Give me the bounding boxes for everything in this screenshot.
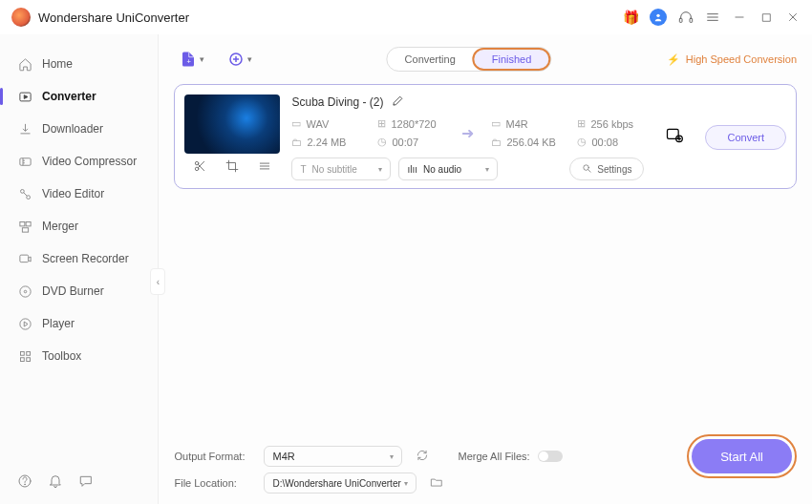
sidebar-item-converter[interactable]: Converter [0,80,158,113]
output-format-dropdown[interactable]: M4R ▾ [264,446,402,467]
svg-text:+: + [187,57,192,66]
svg-line-40 [588,169,590,171]
chevron-down-icon: ▾ [390,452,394,461]
trim-icon[interactable] [193,159,206,177]
svg-rect-26 [20,357,24,361]
svg-rect-24 [20,351,24,355]
bell-icon[interactable] [48,473,63,493]
svg-marker-11 [24,94,28,98]
resolution-icon: ⊞ [377,117,386,130]
tab-converting[interactable]: Converting [388,48,473,71]
sidebar-item-label: Player [42,317,75,330]
add-url-button[interactable]: ▾ [222,47,258,72]
sidebar-item-editor[interactable]: Video Editor [0,178,158,210]
chevron-down-icon: ▾ [485,165,489,174]
sidebar-item-label: DVD Burner [42,284,104,298]
sidebar-item-home[interactable]: Home [0,48,158,80]
merge-label: Merge All Files: [458,451,529,462]
effect-icon[interactable] [258,159,271,177]
sidebar-item-label: Toolbox [42,349,81,363]
folder-icon: 🗀 [491,136,502,148]
svg-rect-17 [26,221,31,225]
audio-dropdown[interactable]: ılıı No audio ▾ [398,158,498,180]
sidebar-item-dvd[interactable]: DVD Burner [0,275,158,307]
svg-rect-7 [762,13,770,21]
svg-rect-27 [26,357,30,361]
svg-point-39 [584,164,589,170]
gift-icon[interactable]: 🎁 [623,10,638,25]
high-speed-link[interactable]: ⚡ High Speed Conversion [667,53,797,66]
sidebar-item-toolbox[interactable]: Toolbox [0,340,158,372]
compressor-icon [17,154,32,169]
player-icon [17,316,32,331]
subtitle-dropdown[interactable]: T No subtitle ▾ [291,158,391,180]
toolbox-icon [17,348,32,364]
start-all-button[interactable]: Start All [692,439,792,473]
minimize-button[interactable] [732,10,747,25]
svg-marker-23 [24,322,28,326]
file-thumbnail[interactable] [184,94,280,154]
svg-point-21 [24,290,27,293]
collapse-sidebar[interactable]: ‹ [150,268,165,295]
crop-icon[interactable] [225,159,239,177]
svg-rect-18 [22,227,28,231]
svg-rect-12 [19,158,30,165]
audio-value: No audio [423,164,461,175]
merge-toggle[interactable] [538,451,563,462]
audio-icon: ılıı [407,164,417,175]
file-location-label: File Location: [174,477,256,489]
sidebar-item-label: Video Compressor [42,155,137,168]
chevron-down-icon: ▾ [404,479,408,488]
open-folder-icon[interactable] [430,475,443,491]
sidebar-item-label: Video Editor [42,187,104,200]
help-icon[interactable] [17,473,32,493]
svg-point-29 [25,484,26,485]
edit-title-icon[interactable] [392,94,404,110]
dst-format: M4R [505,118,527,130]
close-button[interactable] [785,10,801,25]
refresh-icon[interactable] [416,449,429,464]
settings-label: Settings [597,164,631,175]
format-icon: ▭ [291,117,301,130]
dvd-icon [17,284,32,299]
sidebar-item-label: Converter [42,90,96,103]
svg-line-35 [199,161,204,167]
search-icon [582,163,592,176]
svg-rect-16 [19,221,24,225]
recorder-icon [17,251,32,266]
dst-bitrate: 256 kbps [590,118,633,130]
arrow-icon: ➜ [461,124,474,142]
src-resolution: 1280*720 [391,118,436,130]
maximize-button[interactable] [759,10,774,25]
svg-point-20 [19,285,30,296]
app-logo [11,8,31,27]
menu-icon[interactable] [705,10,720,25]
file-location-value: D:\Wondershare UniConverter [272,478,400,489]
sidebar: Home Converter Downloader Video Compress… [0,34,159,504]
tab-finished[interactable]: Finished [473,48,551,71]
src-size: 2.24 MB [307,136,346,148]
sidebar-item-downloader[interactable]: Downloader [0,113,158,145]
download-icon [17,121,32,136]
sidebar-item-player[interactable]: Player [0,307,158,340]
feedback-icon[interactable] [78,473,94,493]
output-settings-icon[interactable] [665,126,684,149]
file-settings-button[interactable]: Settings [569,158,644,180]
home-icon [17,56,32,72]
converter-icon [17,89,32,104]
output-format-label: Output Format: [174,451,256,462]
svg-rect-25 [26,351,30,355]
svg-line-15 [23,192,27,196]
svg-rect-1 [679,18,682,22]
user-avatar[interactable] [650,9,667,26]
add-file-button[interactable]: + ▾ [174,47,210,72]
tab-switcher: Converting Finished [387,47,552,72]
sidebar-item-recorder[interactable]: Screen Recorder [0,242,158,275]
sidebar-item-compressor[interactable]: Video Compressor [0,145,158,178]
sidebar-item-label: Downloader [42,122,103,136]
convert-button[interactable]: Convert [705,125,786,150]
sidebar-item-merger[interactable]: Merger [0,210,158,242]
clock-icon: ◷ [377,136,387,148]
file-location-dropdown[interactable]: D:\Wondershare UniConverter ▾ [264,472,417,494]
headset-icon[interactable] [678,10,694,25]
